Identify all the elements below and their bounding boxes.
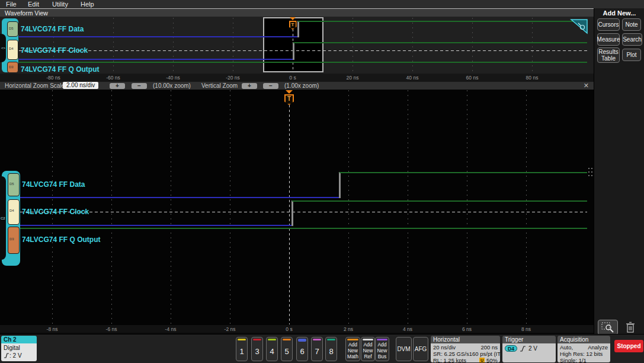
gridline <box>408 90 408 324</box>
channel2-type: Digital <box>4 344 34 352</box>
plot-button[interactable]: Plot <box>622 49 641 61</box>
menu-utility[interactable]: Utility <box>52 1 68 8</box>
menu-bar: File Edit Utility Help <box>0 0 644 8</box>
axis-tick-label: 6 ns <box>453 326 481 332</box>
dvm-button[interactable]: DVM <box>396 337 412 361</box>
v-zoom-minus-button[interactable]: − <box>263 83 278 89</box>
axis-tick-label: -20 ns <box>219 75 247 81</box>
trace-D5-before <box>19 36 298 37</box>
bit-badge-d4[interactable]: D4 <box>7 40 18 60</box>
channel-button-8[interactable]: 8 <box>325 337 337 361</box>
trace-D3 <box>19 62 587 63</box>
acquisition-badge-title: Acquisition <box>558 336 610 343</box>
trace-D4-edge <box>291 200 293 226</box>
trace-D4-edge <box>293 42 294 60</box>
channel-button-5[interactable]: 5 <box>281 337 293 361</box>
h-zoom-minus-button[interactable]: − <box>132 83 147 89</box>
axis-tick-label: 80 ns <box>518 75 546 81</box>
group-handle-label: C2 <box>1 216 5 220</box>
axis-tick-label: -2 ns <box>216 326 244 332</box>
axis-tick-label: 2 ns <box>334 326 363 332</box>
close-zoom-icon[interactable]: ✕ <box>584 82 589 90</box>
h-sample-rate: SR: 6.25 GS/s <box>433 351 469 357</box>
bit-badge-d3-main[interactable]: D3 <box>8 227 20 254</box>
zoom-tool-icon <box>601 322 614 333</box>
add-new-math-button[interactable]: Add New Math <box>345 337 360 361</box>
main-label-data[interactable]: 74LVCG74 FF Data <box>22 180 85 189</box>
horizontal-badge[interactable]: Horizontal 20 ns/div200 ns SR: 6.25 GS/s… <box>431 336 500 362</box>
afg-button[interactable]: AFG <box>413 337 428 361</box>
gridline <box>233 18 233 72</box>
channel-button-7[interactable]: 7 <box>311 337 323 361</box>
channel2-badge[interactable]: Ch 2 Digital : 2 V <box>1 336 37 361</box>
settings-bar: Ch 2 Digital : 2 V 1 3 4 5 6 7 8 Add New… <box>0 334 644 363</box>
bit-badge-d5-main[interactable]: D5 <box>8 173 20 196</box>
menu-edit[interactable]: Edit <box>28 1 39 8</box>
trigger-flag-icon[interactable]: T <box>284 94 294 105</box>
channel-button-3[interactable]: 3 <box>251 337 263 361</box>
cursors-button[interactable]: Cursors <box>597 18 620 31</box>
channel-button-6[interactable]: 6 <box>296 337 308 361</box>
trash-button[interactable] <box>623 320 637 335</box>
trigger-badge[interactable]: Trigger D4 2 V <box>502 336 556 362</box>
axis-tick-label: -6 ns <box>97 326 126 332</box>
main-label-clock[interactable]: 74LVCG74 FF Clock <box>22 208 89 216</box>
search-button[interactable]: Search <box>622 33 642 46</box>
run-status-badge[interactable]: Stopped <box>614 340 643 352</box>
gridline <box>230 90 230 324</box>
horizontal-badge-title: Horizontal <box>431 336 500 343</box>
v-zoom-plus-button[interactable]: + <box>242 83 257 89</box>
axis-tick-label: -8 ns <box>38 326 66 332</box>
waveform-view-title: Waveform View <box>5 9 48 17</box>
trace-D5-after <box>298 21 587 22</box>
main-label-qout[interactable]: 74LVCG74 FF Q Output <box>22 235 100 244</box>
bit-badge-d3[interactable]: D3 <box>7 62 18 73</box>
channel-button-4[interactable]: 4 <box>266 337 278 361</box>
acquisition-badge[interactable]: Acquisition Auto,Analyze High Res: 12 bi… <box>558 336 610 362</box>
results-table-button[interactable]: Results Table <box>597 47 620 63</box>
add-new-title: Add New... <box>594 9 644 17</box>
channel-button-1[interactable]: 1 <box>236 337 248 361</box>
overview-label-data[interactable]: 74LVCG74 FF Data <box>21 25 84 33</box>
group-collapse-handle-main[interactable]: C2 <box>0 176 6 260</box>
trace-D5-edge <box>297 21 299 37</box>
note-button[interactable]: Note <box>622 18 641 31</box>
measure-button[interactable]: Measure <box>597 33 620 46</box>
group-collapse-handle[interactable]: <> <box>0 34 6 62</box>
zoom-overview-icon[interactable] <box>570 19 588 34</box>
trigger-position-arrow-icon[interactable] <box>286 90 293 94</box>
bit-badge-d5[interactable]: D5 <box>7 21 18 37</box>
gridline <box>472 18 473 72</box>
overview-plot: <> D5 D4 D3 74LVCG74 FF Data 74LVCG74 FF… <box>0 17 594 74</box>
add-new-bus-button[interactable]: Add New Bus <box>375 337 389 361</box>
trace-D5-before <box>20 197 339 198</box>
trigger-position-arrow-icon[interactable] <box>290 17 296 20</box>
results-bar: Add New... Cursors Note Measure Search R… <box>594 8 644 334</box>
overview-label-clock[interactable]: 74LVCG74 FF Clock <box>21 46 88 55</box>
panel-drag-handle[interactable] <box>588 168 593 177</box>
waveform-view-tab[interactable]: Waveform View <box>0 8 594 17</box>
trace-D4-after <box>293 42 587 43</box>
acq-resolution: High Res: 12 bits <box>560 351 608 357</box>
center-level-gridline <box>20 212 587 212</box>
axis-tick-label: 40 ns <box>398 75 427 81</box>
overview-label-qout[interactable]: 74LVCG74 FF Q Output <box>21 65 99 74</box>
menu-file[interactable]: File <box>6 1 17 8</box>
menu-help[interactable]: Help <box>81 1 94 8</box>
axis-tick-label: 4 ns <box>393 326 422 332</box>
channel2-badge-title: Ch 2 <box>1 336 37 343</box>
bit-badge-d4-main[interactable]: D4 <box>8 199 20 225</box>
add-new-ref-button[interactable]: Add New Ref <box>361 337 375 361</box>
trigger-source-chip: D4 <box>505 345 517 352</box>
h-record-length: RL: 1.25 kpts <box>433 357 479 362</box>
main-time-axis: -8 ns-6 ns-4 ns-2 ns0 s2 ns4 ns6 ns8 ns <box>0 325 594 333</box>
trace-D5-edge <box>339 172 341 198</box>
center-time-gridline <box>289 105 290 324</box>
oscilloscope-app: File Edit Utility Help Waveform View <> … <box>0 0 644 363</box>
acq-analyze: Analyze <box>588 344 608 351</box>
rising-edge-icon <box>520 346 526 352</box>
zoom-tool-button[interactable] <box>598 320 618 335</box>
h-zoom-plus-button[interactable]: + <box>110 83 125 89</box>
gridline <box>111 90 112 324</box>
h-zoom-scale-value[interactable]: 2.00 ns/div <box>63 82 98 89</box>
